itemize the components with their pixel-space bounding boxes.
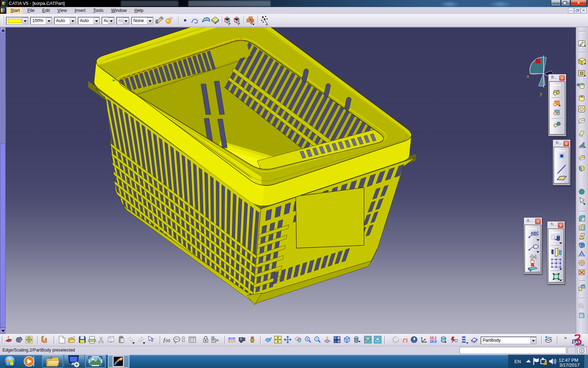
- svg-text:y: y: [539, 91, 542, 96]
- svg-text:!: !: [545, 361, 546, 365]
- svg-text:(x): (x): [166, 338, 170, 342]
- svg-text:»: »: [564, 335, 567, 340]
- svg-text:?: ?: [151, 338, 154, 343]
- svg-text:3/17/2017: 3/17/2017: [559, 362, 580, 368]
- svg-text:10,0: 10,0: [430, 340, 437, 343]
- svg-text:12:47 PM: 12:47 PM: [559, 357, 578, 363]
- svg-text:ABC: ABC: [531, 231, 539, 235]
- svg-text:x: x: [526, 74, 529, 79]
- svg-text:}=: }=: [215, 338, 219, 343]
- svg-text:EN: EN: [514, 359, 521, 364]
- svg-text:(!): (!): [403, 337, 407, 342]
